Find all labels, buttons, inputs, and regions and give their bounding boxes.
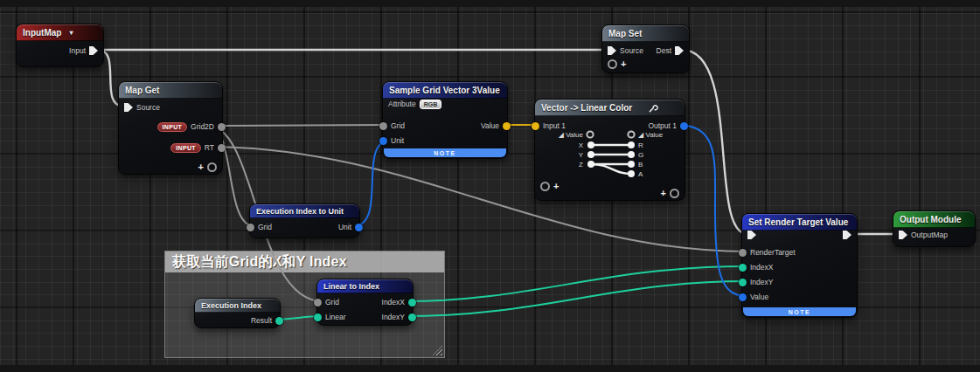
node-set-render-target-value[interactable]: Set Render Target Value RenderTarget Ind… (741, 213, 858, 318)
grid-input-pin[interactable] (314, 299, 322, 307)
pin-label: Result (251, 316, 272, 325)
wire-grid2d-to-samplegrid[interactable] (208, 125, 390, 126)
pin-label: Linear (325, 313, 346, 321)
exec-output-pin[interactable] (675, 46, 684, 55)
exec-input-pin[interactable] (124, 103, 133, 112)
node-output-module-title: Output Module (900, 215, 962, 224)
struct-label: ◢ Value (535, 131, 583, 139)
add-output-pin[interactable] (207, 162, 217, 172)
comment-title: 获取当前Grid的X和Y Index (172, 253, 347, 272)
result-output-pin[interactable] (275, 317, 283, 325)
grid-input-pin[interactable] (379, 122, 387, 130)
node-execution-index-title: Execution Index (201, 301, 261, 310)
field-label: R (638, 141, 643, 149)
indexy-input-pin[interactable] (739, 279, 747, 286)
pin-label: Grid2D (191, 122, 214, 131)
node-linear-to-index-header[interactable]: Linear to Index (317, 279, 413, 293)
field-label: A (638, 170, 643, 178)
node-graph-canvas[interactable]: 获取当前Grid的X和Y Index (0, 0, 980, 372)
add-pin-icon[interactable]: + (198, 162, 204, 171)
node-exec-index-to-unit-title: Execution Index to Unit (256, 207, 344, 216)
node-linear-to-index-title: Linear to Index (323, 282, 379, 291)
value-input-pin[interactable] (739, 293, 747, 301)
indexx-input-pin[interactable] (739, 264, 747, 272)
wrench-icon (649, 103, 658, 113)
exec-output-pin[interactable] (89, 46, 98, 55)
node-map-get-title: Map Get (125, 86, 159, 95)
node-exec-index-to-unit-header[interactable]: Execution Index to Unit (250, 204, 359, 218)
input1-pin[interactable] (532, 122, 539, 130)
add-output-pin[interactable] (670, 189, 679, 198)
canvas-bottom-border (0, 365, 980, 372)
struct-label: ◢ Value (638, 131, 663, 139)
comment-header[interactable]: 获取当前Grid的X和Y Index (165, 251, 444, 272)
node-output-module-header[interactable]: Output Module (893, 211, 975, 228)
note-bar[interactable]: NOTE (384, 148, 506, 157)
exec-input-pin[interactable] (899, 231, 907, 239)
output1-pin[interactable] (680, 122, 688, 130)
pin-label: OutputMap (911, 231, 948, 239)
comment-resize-handle[interactable] (433, 346, 442, 355)
add-input-pin[interactable] (608, 59, 617, 69)
pin-label: Output 1 (648, 121, 677, 130)
node-map-set-title: Map Set (608, 29, 642, 38)
pin-label: RT (205, 143, 214, 152)
indexx-output-pin[interactable] (408, 299, 416, 307)
node-vector-lc-title: Vector -> Linear Color (541, 103, 632, 113)
pin-label: IndexX (750, 263, 773, 272)
node-vector-lc-header[interactable]: Vector -> Linear Color (535, 100, 685, 116)
rendertarget-input-pin[interactable] (739, 249, 747, 257)
pin-label: Dest (657, 46, 671, 55)
field-label: X (535, 141, 583, 149)
pin-label: Grid (325, 298, 339, 307)
exec-input-pin[interactable] (747, 231, 756, 239)
pin-label: IndexY (382, 313, 405, 321)
caret-down-icon[interactable]: ▾ (69, 29, 73, 37)
node-linear-to-index[interactable]: Linear to Index Grid IndexX Linear Index… (316, 279, 414, 326)
node-execution-index-to-unit[interactable]: Execution Index to Unit Grid Unit (249, 203, 360, 238)
pin-label: Value (750, 293, 768, 301)
grid-input-pin[interactable] (247, 224, 254, 231)
node-execution-index[interactable]: Execution Index Result (194, 298, 281, 328)
unit-output-pin[interactable] (355, 224, 363, 231)
grid2d-output-pin[interactable] (218, 123, 226, 131)
field-label: G (638, 151, 643, 159)
pin-label: Unit (338, 223, 351, 231)
pin-label: Value (481, 121, 499, 130)
exec-output-pin[interactable] (843, 231, 851, 239)
node-sample-grid-vector-3value[interactable]: Sample Grid Vector 3Value Attribute RGB … (382, 81, 508, 159)
node-map-get[interactable]: Map Get Source INPUT Grid2D INPUT RT + (118, 81, 223, 175)
node-vector-to-linear-color[interactable]: Vector -> Linear Color Input 1 Output 1 (534, 99, 685, 201)
node-set-rtv-header[interactable]: Set Render Target Value (742, 214, 857, 231)
node-inputmap[interactable]: InputMap ▾ Input (16, 24, 104, 67)
indexy-output-pin[interactable] (408, 313, 416, 321)
node-map-set[interactable]: Map Set Source Dest + (601, 24, 690, 73)
node-map-set-header[interactable]: Map Set (602, 25, 689, 42)
attribute-value-badge[interactable]: RGB (420, 100, 442, 109)
add-pin-icon[interactable]: + (661, 189, 666, 197)
rt-output-pin[interactable] (218, 144, 226, 152)
canvas-top-border (0, 0, 980, 7)
node-execution-index-header[interactable]: Execution Index (195, 299, 280, 313)
pin-label: Unit (391, 136, 404, 145)
node-output-module[interactable]: Output Module OutputMap (893, 210, 976, 247)
linear-input-pin[interactable] (314, 313, 322, 321)
pin-label: Source (136, 103, 160, 112)
pin-label: Grid (391, 121, 405, 130)
pin-label: Input 1 (543, 121, 566, 130)
pin-label: Grid (258, 223, 272, 231)
value-output-pin[interactable] (503, 122, 511, 130)
node-map-get-header[interactable]: Map Get (119, 82, 222, 99)
node-inputmap-header[interactable]: InputMap ▾ (17, 24, 103, 41)
pin-label: RenderTarget (750, 248, 796, 257)
input-badge: INPUT (157, 122, 188, 132)
exec-input-pin[interactable] (608, 46, 616, 55)
node-sample-grid-header[interactable]: Sample Grid Vector 3Value (383, 82, 507, 99)
pin-label: IndexY (750, 278, 773, 286)
field-label: B (638, 161, 643, 169)
add-pin-icon[interactable]: + (621, 59, 626, 68)
note-bar[interactable]: NOTE (743, 307, 856, 316)
node-sample-grid-title: Sample Grid Vector 3Value (389, 86, 500, 95)
unit-input-pin[interactable] (379, 137, 387, 145)
wire-output1-to-value[interactable] (677, 125, 747, 296)
